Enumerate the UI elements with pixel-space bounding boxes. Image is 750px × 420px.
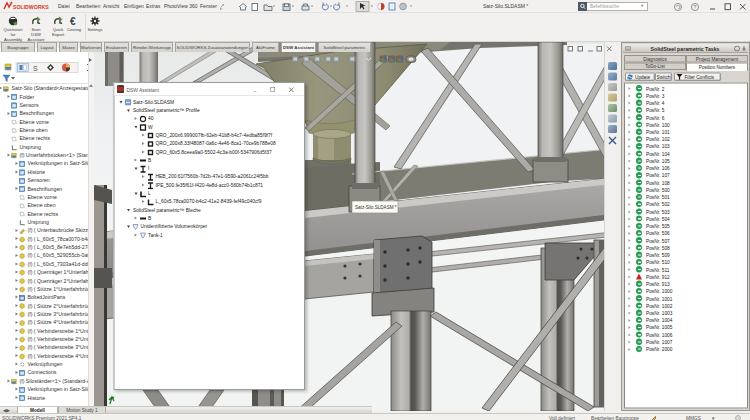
- svg-text:S: S: [33, 65, 38, 72]
- svg-text:Satz-Silo.SLDASM *: Satz-Silo.SLDASM *: [355, 205, 397, 210]
- svg-text:€: €: [70, 16, 76, 26]
- svg-text:SOLIDWORKS: SOLIDWORKS: [13, 4, 49, 10]
- svg-text:?: ?: [737, 417, 739, 420]
- svg-text:?: ?: [693, 4, 696, 10]
